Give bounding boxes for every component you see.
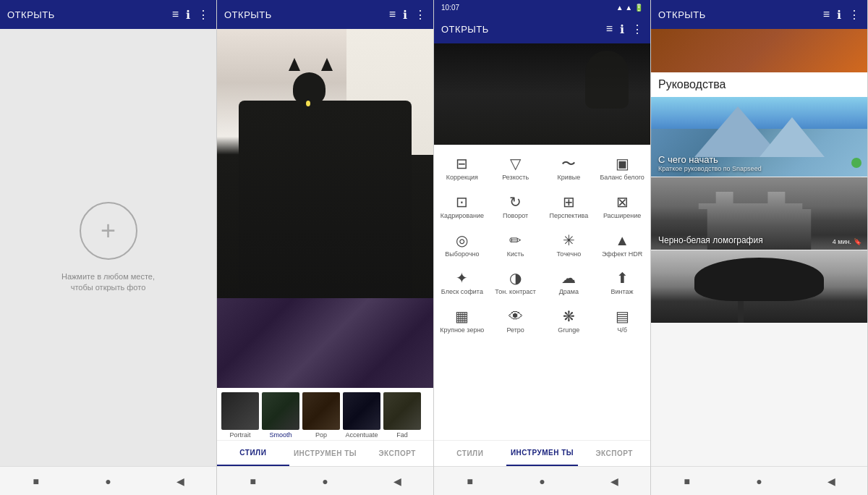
style-fad-label: Fad bbox=[396, 431, 408, 439]
selective-label: Выборочно bbox=[445, 250, 479, 258]
tool-brush[interactable]: ✏ Кисть bbox=[490, 227, 541, 263]
stop-btn-3[interactable]: ■ bbox=[463, 474, 477, 488]
more-icon-2[interactable]: ⋮ bbox=[414, 8, 426, 22]
tool-curves[interactable]: 〜 Кривые bbox=[544, 151, 595, 186]
tool-correction[interactable]: ⊟ Коррекция bbox=[437, 151, 488, 186]
style-accentuate[interactable]: Accentuate bbox=[343, 392, 380, 439]
healing-icon: ✳ bbox=[563, 233, 575, 248]
menu-icon-4[interactable]: ≡ bbox=[823, 8, 830, 21]
tool-selective[interactable]: ◎ Выборочно bbox=[437, 227, 488, 263]
info-icon-2[interactable]: ℹ bbox=[403, 8, 407, 22]
guides-header-image bbox=[651, 29, 867, 72]
guide-card-start[interactable]: С чего начать Краткое руководство по Sna… bbox=[651, 97, 867, 177]
guides-section-title: Руководства bbox=[651, 72, 867, 97]
style-fad[interactable]: Fad bbox=[383, 392, 421, 439]
tab-styles-2[interactable]: СТИЛИ bbox=[217, 441, 289, 466]
info-icon-4[interactable]: ℹ bbox=[837, 8, 841, 22]
menu-icon-3[interactable]: ≡ bbox=[606, 22, 613, 35]
tool-expand[interactable]: ⊠ Расширение bbox=[597, 189, 647, 224]
topbar-title-3: ОТКРЫТЬ bbox=[441, 24, 606, 35]
tool-perspective[interactable]: ⊞ Перспектива bbox=[544, 189, 595, 224]
status-bar-3: 10:07 ▲ ▲ 🔋 bbox=[434, 0, 650, 14]
tools-photo-bg bbox=[434, 43, 650, 145]
correction-label: Коррекция bbox=[446, 174, 478, 182]
selective-icon: ◎ bbox=[456, 233, 468, 248]
open-hint-text: Нажмите в любом месте, чтобы открыть фот… bbox=[51, 271, 166, 294]
perspective-label: Перспектива bbox=[550, 212, 589, 220]
more-icon-1[interactable]: ⋮ bbox=[197, 8, 209, 22]
back-btn-3[interactable]: ◀ bbox=[607, 474, 621, 488]
brush-label: Кисть bbox=[507, 250, 524, 258]
snapseed-logo bbox=[851, 158, 861, 171]
style-smooth[interactable]: Smooth bbox=[262, 392, 299, 439]
grunge-icon: ❋ bbox=[563, 309, 575, 323]
tab-styles-3[interactable]: СТИЛИ bbox=[434, 441, 506, 466]
info-icon-3[interactable]: ℹ bbox=[620, 22, 624, 36]
tab-tools-3[interactable]: ИНСТРУМЕН ТЫ bbox=[506, 441, 579, 466]
style-portrait[interactable]: Portrait bbox=[221, 392, 259, 439]
back-btn-4[interactable]: ◀ bbox=[824, 474, 838, 488]
tools-body: ⊟ Коррекция ▽ Резкость 〜 Кривые ▣ Баланс… bbox=[434, 43, 650, 466]
tool-tonal[interactable]: ◑ Тон. контраст bbox=[490, 265, 541, 300]
topbar-title-4: ОТКРЫТЬ bbox=[658, 9, 823, 20]
home-btn-3[interactable]: ● bbox=[535, 474, 549, 488]
style-pop-label: Pop bbox=[315, 431, 327, 439]
hdr-label: Эффект HDR bbox=[602, 250, 642, 258]
brush-icon: ✏ bbox=[509, 233, 522, 248]
tool-rotate[interactable]: ↻ Поворот bbox=[490, 189, 541, 224]
tool-healing[interactable]: ✳ Точечно bbox=[544, 227, 595, 263]
tool-grunge[interactable]: ❋ Grunge bbox=[544, 303, 595, 339]
stop-btn-4[interactable]: ■ bbox=[680, 474, 694, 488]
tool-sharpness[interactable]: ▽ Резкость bbox=[490, 151, 541, 186]
back-btn-2[interactable]: ◀ bbox=[390, 474, 404, 488]
vintage-label: Винтаж bbox=[611, 288, 634, 296]
curves-icon: 〜 bbox=[561, 156, 576, 171]
guide-start-subtitle: Краткое руководство по Snapseed bbox=[658, 165, 762, 172]
style-accentuate-thumb bbox=[343, 392, 380, 430]
add-photo-button[interactable]: + bbox=[80, 202, 137, 260]
grainy-icon: ▦ bbox=[455, 309, 469, 323]
tab-export-2[interactable]: ЭКСПОРТ bbox=[361, 441, 433, 466]
home-btn-2[interactable]: ● bbox=[318, 474, 332, 488]
bw-icon: ▤ bbox=[616, 309, 629, 323]
home-btn-4[interactable]: ● bbox=[752, 474, 766, 488]
vintage-icon: ⬆ bbox=[616, 271, 629, 285]
style-portrait-label: Portrait bbox=[229, 431, 250, 439]
wb-icon: ▣ bbox=[616, 156, 629, 171]
home-btn-1[interactable]: ● bbox=[101, 474, 115, 488]
styles-strip: Portrait Smooth Pop Accentuate Fad bbox=[217, 388, 433, 440]
tool-white-balance[interactable]: ▣ Баланс белого bbox=[597, 151, 647, 186]
cat-image-display bbox=[217, 29, 433, 388]
stop-btn-1[interactable]: ■ bbox=[29, 474, 43, 488]
menu-icon-1[interactable]: ≡ bbox=[172, 8, 179, 21]
info-icon-1[interactable]: ℹ bbox=[186, 8, 190, 22]
tool-bw[interactable]: ▤ Ч/б bbox=[597, 303, 647, 339]
guides-list: С чего начать Краткое руководство по Sna… bbox=[651, 97, 867, 466]
more-icon-4[interactable]: ⋮ bbox=[848, 8, 860, 22]
topbar-3: ОТКРЫТЬ ≡ ℹ ⋮ bbox=[434, 14, 650, 43]
stop-btn-2[interactable]: ■ bbox=[246, 474, 260, 488]
tab-tools-2[interactable]: ИНСТРУМЕН ТЫ bbox=[289, 441, 362, 466]
more-icon-3[interactable]: ⋮ bbox=[631, 22, 643, 36]
status-icons: ▲ ▲ 🔋 bbox=[616, 4, 643, 12]
menu-icon-2[interactable]: ≡ bbox=[389, 8, 396, 21]
guide-card-bw[interactable]: Черно-белая ломография 4 мин. 🔖 bbox=[651, 177, 867, 250]
style-smooth-thumb bbox=[262, 392, 299, 430]
perspective-icon: ⊞ bbox=[563, 195, 575, 209]
tab-bar-3: СТИЛИ ИНСТРУМЕН ТЫ ЭКСПОРТ bbox=[434, 440, 650, 466]
tool-grainy[interactable]: ▦ Крупное зерно bbox=[437, 303, 488, 339]
empty-body[interactable]: + Нажмите в любом месте, чтобы открыть ф… bbox=[0, 29, 216, 466]
tool-drama[interactable]: ☁ Драма bbox=[544, 265, 595, 300]
tool-retro[interactable]: 👁 Ретро bbox=[490, 303, 541, 339]
guide-bw-title: Черно-белая ломография bbox=[658, 235, 763, 245]
photo-styles-body: Portrait Smooth Pop Accentuate Fad СТИЛИ… bbox=[217, 29, 433, 466]
tool-glamour[interactable]: ✦ Блеск софита bbox=[437, 265, 488, 300]
tool-vintage[interactable]: ⬆ Винтаж bbox=[597, 265, 647, 300]
tool-crop[interactable]: ⊡ Кадрирование bbox=[437, 189, 488, 224]
style-pop[interactable]: Pop bbox=[302, 392, 340, 439]
back-btn-1[interactable]: ◀ bbox=[173, 474, 187, 488]
tab-export-3[interactable]: ЭКСПОРТ bbox=[578, 441, 650, 466]
guide-card-tree[interactable] bbox=[651, 250, 867, 323]
style-fad-thumb bbox=[383, 392, 421, 430]
tool-hdr[interactable]: ▲ Эффект HDR bbox=[597, 227, 647, 263]
